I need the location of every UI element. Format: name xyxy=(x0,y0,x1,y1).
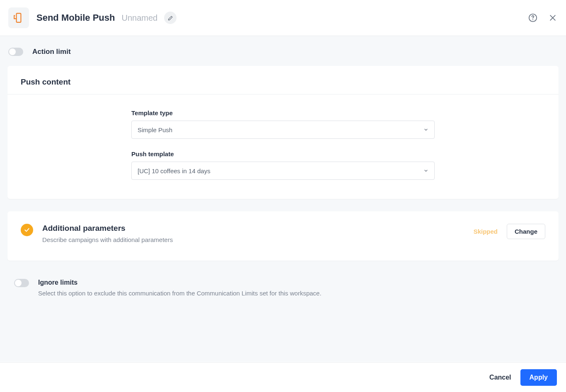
page-subtitle: Unnamed xyxy=(121,13,157,23)
action-type-icon xyxy=(8,7,29,28)
additional-params-card: Additional parameters Describe campaigns… xyxy=(7,211,559,261)
additional-params-status: Skipped xyxy=(474,228,498,235)
panel-body: Action limit Push content Template type … xyxy=(0,36,566,362)
pencil-icon xyxy=(168,15,173,21)
additional-params-desc: Describe campaigns with additional param… xyxy=(42,236,173,243)
ignore-limits-row: Ignore limits Select this option to excl… xyxy=(0,271,566,305)
help-button[interactable] xyxy=(528,13,538,23)
push-template-value: [UC] 10 coffees in 14 days xyxy=(138,167,210,174)
push-content-title: Push content xyxy=(21,77,545,87)
ignore-limits-toggle[interactable] xyxy=(14,279,29,287)
apply-button[interactable]: Apply xyxy=(520,369,557,386)
template-type-select[interactable]: Simple Push xyxy=(131,121,435,139)
panel-footer: Cancel Apply xyxy=(0,362,566,392)
template-type-label: Template type xyxy=(131,109,435,116)
action-limit-row: Action limit xyxy=(0,36,566,66)
close-icon xyxy=(549,14,557,22)
push-template-group: Push template [UC] 10 coffees in 14 days xyxy=(131,150,435,180)
additional-params-title: Additional parameters xyxy=(42,224,173,233)
svg-rect-0 xyxy=(17,13,21,22)
cancel-button[interactable]: Cancel xyxy=(489,374,511,381)
template-type-value: Simple Push xyxy=(138,126,172,133)
additional-params-right: Skipped Change xyxy=(474,224,545,239)
chevron-down-icon xyxy=(423,167,428,174)
page-title-wrapper: Send Mobile Push Unnamed xyxy=(36,12,177,24)
template-type-group: Template type Simple Push xyxy=(131,109,435,139)
ignore-limits-label: Ignore limits xyxy=(38,279,322,286)
push-template-label: Push template xyxy=(131,150,435,157)
page-title: Send Mobile Push xyxy=(36,12,115,23)
push-content-card: Push content Template type Simple Push P… xyxy=(7,66,559,199)
ignore-limits-desc: Select this option to exclude this commu… xyxy=(38,290,322,297)
ignore-limits-text: Ignore limits Select this option to excl… xyxy=(38,279,322,297)
additional-params-text: Additional parameters Describe campaigns… xyxy=(42,224,173,243)
help-icon xyxy=(528,13,537,22)
push-content-header: Push content xyxy=(7,66,559,94)
status-badge xyxy=(21,224,33,236)
close-button[interactable] xyxy=(548,13,558,23)
header-left: Send Mobile Push Unnamed xyxy=(8,7,177,28)
push-template-select[interactable]: [UC] 10 coffees in 14 days xyxy=(131,162,435,180)
change-button[interactable]: Change xyxy=(507,224,545,239)
edit-name-button[interactable] xyxy=(164,12,177,24)
action-limit-toggle[interactable] xyxy=(8,48,23,56)
chevron-down-icon xyxy=(423,126,428,133)
mobile-push-icon xyxy=(13,12,24,23)
panel-header: Send Mobile Push Unnamed xyxy=(0,0,566,36)
check-icon xyxy=(24,227,30,233)
svg-point-2 xyxy=(532,19,533,20)
header-right xyxy=(528,13,558,23)
push-content-body: Template type Simple Push Push template … xyxy=(7,94,559,199)
additional-params-left: Additional parameters Describe campaigns… xyxy=(21,224,173,243)
action-limit-label: Action limit xyxy=(32,48,71,56)
